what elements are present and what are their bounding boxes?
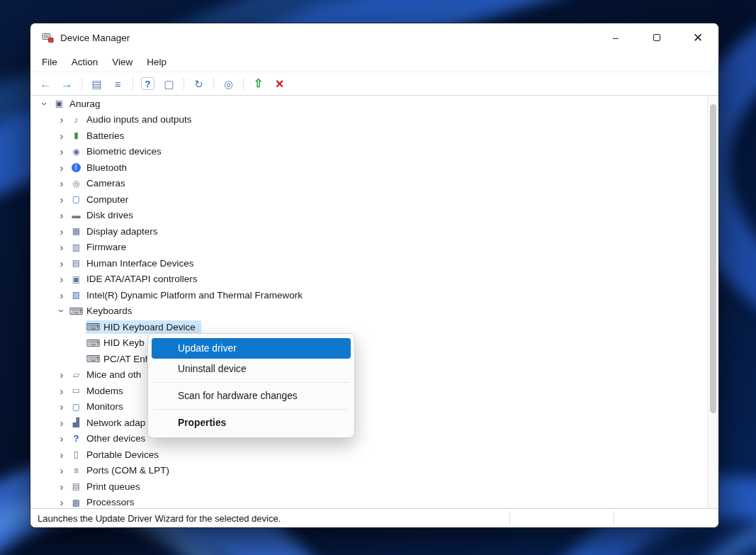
tree-item-label: Batteries: [86, 130, 126, 141]
tree-item-modems[interactable]: ▭ Modems: [30, 383, 707, 399]
toolbar-separator: [243, 77, 244, 90]
chevron-right-icon[interactable]: [55, 465, 69, 476]
tree-item-print-queues[interactable]: ▤ Print queues: [30, 478, 707, 495]
back-icon: ←: [40, 78, 52, 90]
tree-item-bluetooth[interactable]: ᛒ Bluetooth: [30, 159, 707, 176]
processor-icon: ▩: [70, 497, 82, 508]
back-button[interactable]: ←: [36, 75, 55, 93]
chevron-right-icon[interactable]: [55, 290, 69, 301]
storage-controller-icon: ▣: [70, 274, 82, 284]
chevron-right-icon[interactable]: [55, 242, 69, 252]
status-divider: [509, 512, 510, 525]
tree-item-audio-inputs-and-outputs[interactable]: ♪ Audio inputs and outputs: [30, 112, 707, 128]
tree-item-keyboards[interactable]: ⌨ Keyboards: [30, 303, 707, 320]
chevron-right-icon[interactable]: [55, 178, 69, 189]
tree-item-monitors[interactable]: ▢ Monitors: [30, 399, 707, 415]
remote-view-button[interactable]: ◎: [219, 75, 238, 93]
tree-item-computer[interactable]: ▢ Computer: [30, 191, 707, 208]
context-menu-item-update-driver[interactable]: Update driver: [152, 338, 351, 359]
help-button[interactable]: ?: [138, 75, 157, 93]
tree-item-portable-devices[interactable]: ▯ Portable Devices: [30, 447, 707, 463]
items-window-button[interactable]: ▢: [159, 75, 179, 93]
chevron-down-icon[interactable]: [57, 304, 67, 318]
chevron-right-icon[interactable]: [55, 369, 69, 380]
display-adapter-icon: ▦: [70, 226, 82, 237]
chevron-right-icon[interactable]: [55, 114, 69, 125]
tree-item-label: Ports (COM & LPT): [86, 465, 171, 476]
chevron-down-icon[interactable]: [40, 96, 50, 111]
context-menu-item-properties[interactable]: Properties: [152, 413, 351, 433]
properties-pane-button[interactable]: ≡: [108, 75, 128, 93]
tree-item-ports-com-lpt[interactable]: ≡ Ports (COM & LPT): [30, 463, 707, 479]
tree-item-ide-ata-atapi-controllers[interactable]: ▣ IDE ATA/ATAPI controllers: [30, 271, 707, 288]
tree-item-batteries[interactable]: ▮ Batteries: [30, 128, 707, 144]
device-tree: ▣ Anurag ♪ Audio inputs and outputs ▮ Ba…: [30, 96, 707, 508]
fingerprint-icon: ◉: [70, 146, 82, 157]
tree-item-processors[interactable]: ▩ Processors: [30, 495, 707, 509]
scan-hardware-changes-button[interactable]: ↻: [189, 75, 208, 93]
menu-file[interactable]: File: [35, 55, 64, 69]
chevron-right-icon[interactable]: [55, 433, 69, 444]
chevron-right-icon[interactable]: [55, 497, 69, 508]
chevron-right-icon[interactable]: [55, 162, 69, 173]
chevron-right-icon[interactable]: [55, 226, 69, 237]
tree-item-disk-drives[interactable]: ▬ Disk drives: [30, 208, 707, 224]
context-menu-item-uninstall-device[interactable]: Uninstall device: [152, 359, 351, 379]
device-manager-icon: [42, 32, 54, 43]
chevron-right-icon[interactable]: [55, 210, 69, 220]
minimize-button[interactable]: –: [595, 23, 636, 52]
window-controls: – ✕: [595, 23, 718, 52]
chevron-right-icon[interactable]: [55, 449, 69, 460]
menu-view[interactable]: View: [105, 55, 140, 69]
update-driver-button[interactable]: ⇧: [249, 75, 268, 93]
chevron-right-icon[interactable]: [55, 481, 69, 492]
context-menu-item-scan-for-hardware-changes[interactable]: Scan for hardware changes: [152, 386, 351, 406]
chevron-right-icon[interactable]: [55, 417, 69, 428]
unknown-device-icon: ?: [70, 433, 82, 444]
chevron-right-icon[interactable]: [55, 274, 69, 284]
tree-item-label: Cameras: [86, 178, 128, 189]
menu-action[interactable]: Action: [64, 55, 106, 69]
tree-item-intel-r-dynamic-platform-and-thermal-framework[interactable]: ▧ Intel(R) Dynamic Platform and Thermal …: [30, 287, 707, 303]
remote-view-icon: ◎: [224, 79, 233, 89]
chevron-right-icon[interactable]: [55, 146, 69, 157]
chevron-right-icon[interactable]: [55, 194, 69, 205]
chevron-right-icon[interactable]: [55, 401, 69, 412]
context-menu-separator: [154, 409, 349, 410]
tree-item-human-interface-devices[interactable]: ▤ Human Interface Devices: [30, 255, 707, 271]
vertical-scrollbar[interactable]: [707, 96, 718, 508]
computer-icon: ▣: [53, 99, 65, 109]
tree-item-hid-keyboard-device[interactable]: ⌨ HID Keyboard Device: [30, 319, 707, 335]
tree-item-cameras[interactable]: ◎ Cameras: [30, 176, 707, 192]
tree-item-display-adapters[interactable]: ▦ Display adapters: [30, 223, 707, 240]
chevron-right-icon[interactable]: [55, 386, 69, 396]
tree-item-network-adap[interactable]: ▟ Network adap: [30, 415, 707, 431]
close-button[interactable]: ✕: [677, 23, 718, 52]
tree-item-mice-and-oth[interactable]: ▱ Mice and oth: [30, 367, 707, 383]
tree-item-label: Modems: [86, 386, 125, 396]
chevron-right-icon[interactable]: [55, 130, 69, 141]
tree-item-anurag[interactable]: ▣ Anurag: [30, 96, 707, 112]
tree-item-biometric-devices[interactable]: ◉ Biometric devices: [30, 144, 707, 160]
keyboard-icon: ⌨: [87, 322, 99, 332]
maximize-button[interactable]: [636, 23, 677, 52]
tree-item-pc-at-enh[interactable]: ⌨ PC/AT Enh: [30, 351, 707, 367]
menu-help[interactable]: Help: [140, 55, 174, 69]
tree-item-label: Computer: [86, 194, 130, 205]
camera-icon: ◎: [70, 178, 82, 189]
firmware-icon: ▥: [70, 242, 82, 252]
tree-item-hid-keyb[interactable]: ⌨ HID Keyb: [30, 335, 707, 352]
tree-item-label: Biometric devices: [86, 146, 164, 157]
uninstall-device-button[interactable]: ×: [270, 75, 289, 93]
forward-button[interactable]: →: [57, 75, 77, 93]
tree-item-label: Disk drives: [86, 210, 135, 220]
chevron-right-icon[interactable]: [55, 258, 69, 269]
tree-item-firmware[interactable]: ▥ Firmware: [30, 240, 707, 256]
scrollbar-thumb[interactable]: [710, 104, 716, 413]
show-console-tree-button[interactable]: ▤: [87, 75, 106, 93]
window-title: Device Manager: [60, 33, 130, 43]
keyboard-icon: ⌨: [87, 337, 99, 348]
menu-bar: FileActionViewHelp: [30, 52, 718, 72]
serial-port-icon: ≡: [70, 465, 82, 476]
tree-item-other-devices[interactable]: ? Other devices: [30, 431, 707, 447]
